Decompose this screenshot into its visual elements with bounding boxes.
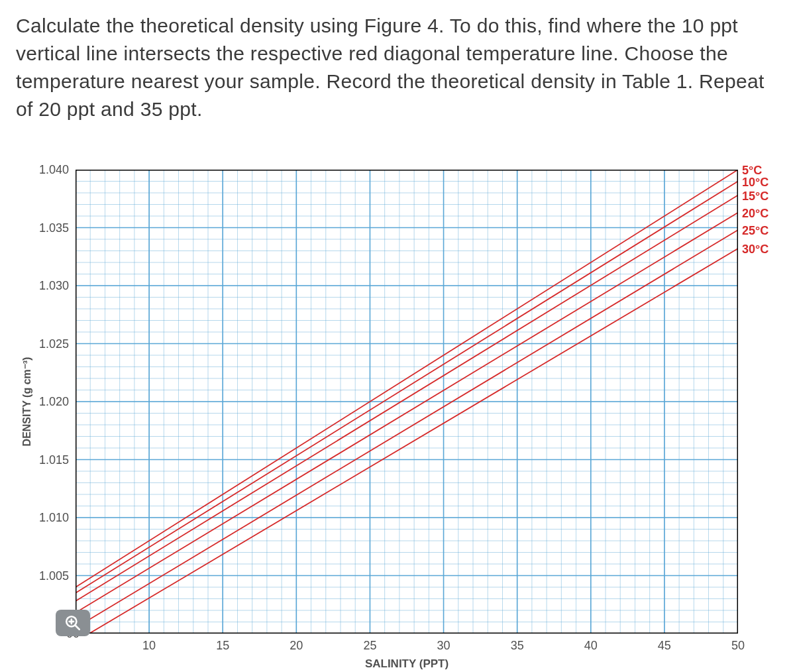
- x-tick-label: 15: [216, 639, 229, 653]
- x-tick-label: 10: [142, 639, 156, 653]
- y-axis-label: DENSITY (g cm⁻³): [21, 357, 33, 447]
- x-tick-label: 20: [290, 639, 303, 653]
- instruction-text: Calculate the theoretical density using …: [16, 12, 779, 123]
- y-tick-label: 1.005: [39, 569, 69, 583]
- svg-line-109: [76, 196, 738, 602]
- chart-plot-area: [76, 170, 738, 634]
- x-tick-label: 30: [437, 639, 450, 653]
- legend-entry: 25°C: [742, 225, 768, 237]
- legend-entry: 15°C: [742, 190, 768, 202]
- y-tick-label: 1.030: [39, 279, 69, 293]
- legend-entry: 5°C: [742, 164, 762, 176]
- x-axis-label: SALINITY (PPT): [365, 657, 449, 671]
- y-tick-label: 1.040: [39, 163, 69, 177]
- y-tick-label: 1.025: [39, 337, 69, 351]
- y-tick-label: 1.015: [39, 453, 69, 467]
- legend-entry: 20°C: [742, 207, 768, 219]
- svg-line-110: [76, 213, 738, 613]
- svg-line-115: [75, 625, 80, 630]
- zoom-in-icon[interactable]: [56, 610, 90, 636]
- y-tick-label: 1.035: [39, 221, 69, 235]
- svg-line-111: [76, 230, 738, 628]
- legend-entry: 30°C: [742, 243, 768, 255]
- y-tick-label: 1.010: [39, 511, 69, 525]
- y-tick-label: 1.020: [39, 395, 69, 409]
- x-tick-label: 45: [658, 639, 671, 653]
- svg-line-108: [76, 182, 738, 593]
- x-tick-label: 35: [511, 639, 524, 653]
- x-tick-label: 40: [584, 639, 598, 653]
- x-tick-label: 50: [731, 639, 745, 653]
- density-salinity-chart: DENSITY (g cm⁻³) SALINITY (PPT) 1.0401.0…: [76, 170, 738, 634]
- legend-entry: 10°C: [742, 176, 768, 188]
- x-tick-label: 25: [363, 639, 376, 653]
